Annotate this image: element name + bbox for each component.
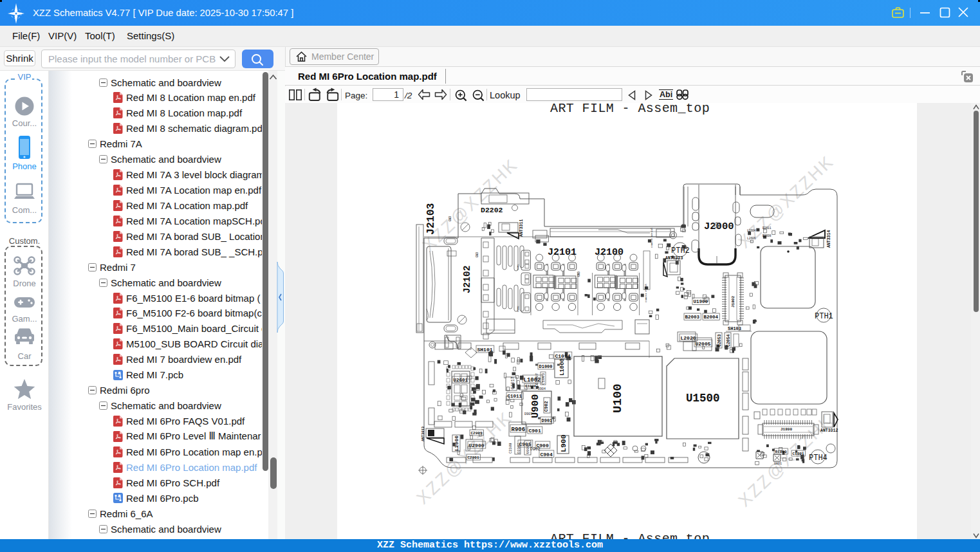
svg-text:C2053: C2053	[717, 334, 722, 347]
svg-text:J1800: J1800	[781, 427, 792, 432]
svg-text:ART FILM - Assem_top: ART FILM - Assem_top	[550, 531, 710, 539]
svg-text:L2604: L2604	[747, 229, 756, 232]
svg-text:C1003: C1003	[541, 373, 546, 385]
svg-text:J2103: J2103	[425, 203, 437, 235]
svg-text:L2606: L2606	[747, 237, 756, 240]
svg-text:U2005: U2005	[696, 341, 711, 347]
svg-text:J2101: J2101	[548, 247, 577, 258]
svg-text:GND: GND	[577, 271, 580, 277]
svg-text:C1014: C1014	[555, 353, 571, 359]
svg-text:L900: L900	[559, 434, 568, 452]
svg-text:L1000: L1000	[559, 358, 566, 376]
svg-text:C2308: C2308	[508, 443, 513, 454]
svg-text:U908: U908	[526, 445, 530, 454]
svg-text:ANT3311: ANT3311	[519, 219, 524, 237]
svg-text:GND: GND	[476, 252, 479, 257]
svg-text:C1008: C1008	[526, 384, 537, 389]
svg-text:C1801: C1801	[793, 452, 804, 456]
svg-text:C2054: C2054	[726, 334, 731, 347]
svg-text:SH101: SH101	[477, 347, 493, 353]
svg-text:U2601: U2601	[454, 378, 468, 383]
svg-text:GND: GND	[448, 216, 452, 221]
svg-text:SIM2: SIM2	[517, 306, 519, 312]
svg-text:D901: D901	[542, 418, 553, 423]
svg-text:U801: U801	[774, 462, 782, 466]
svg-text:U2900: U2900	[469, 443, 485, 448]
svg-text:J1802: J1802	[731, 296, 735, 308]
svg-text:D1000: D1000	[539, 364, 553, 369]
svg-text:B2003: B2003	[685, 315, 700, 320]
svg-text:U900: U900	[530, 394, 541, 418]
svg-text:R1800: R1800	[775, 450, 787, 454]
svg-text:Camera Flash: Camera Flash	[645, 284, 647, 302]
svg-text:C1007: C1007	[535, 373, 539, 385]
svg-text:D904: D904	[538, 387, 546, 391]
svg-text:C2903: C2903	[471, 431, 483, 436]
svg-text:C901: C901	[529, 428, 541, 434]
svg-text:PTH2: PTH2	[671, 246, 690, 255]
svg-text:C902: C902	[544, 401, 549, 412]
svg-text:B2611: B2611	[763, 226, 772, 230]
svg-text:U100: U100	[611, 383, 625, 413]
svg-text:ANT3314: ANT3314	[827, 230, 831, 248]
svg-text:D2202: D2202	[481, 206, 503, 214]
svg-text:B2004: B2004	[704, 315, 719, 320]
svg-text:SIM1: SIM1	[517, 264, 519, 270]
svg-text:PTH1: PTH1	[815, 312, 833, 321]
svg-text:B2608: B2608	[763, 234, 772, 237]
svg-text:U1900: U1900	[694, 299, 708, 304]
svg-text:D902: D902	[530, 447, 541, 452]
svg-text:ART FILM - Assem_top: ART FILM - Assem_top	[550, 103, 710, 116]
svg-text:Camera Serial: Camera Serial	[651, 227, 653, 248]
svg-text:ANT3013: ANT3013	[421, 426, 425, 441]
svg-text:C1011: C1011	[508, 394, 522, 399]
svg-text:ANT3313: ANT3313	[665, 256, 683, 261]
svg-text:C904: C904	[541, 452, 553, 457]
svg-text:ANT3312: ANT3312	[820, 428, 838, 433]
svg-text:R906: R906	[512, 427, 526, 433]
svg-text:J2102: J2102	[462, 265, 472, 293]
svg-text:PTH4: PTH4	[809, 454, 827, 463]
svg-text:J2100: J2100	[595, 247, 624, 258]
svg-text:U1500: U1500	[686, 392, 720, 405]
